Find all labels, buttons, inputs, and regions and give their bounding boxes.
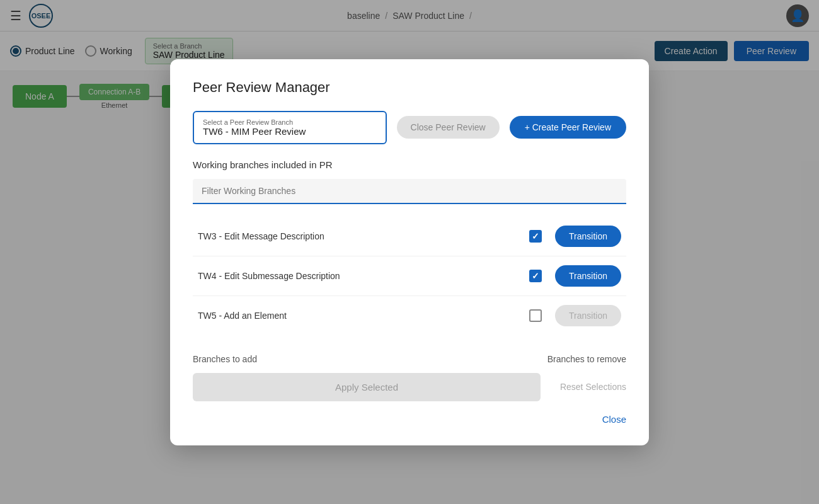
checkbox-tw4[interactable] [529,270,542,282]
pr-branch-row: Select a Peer Review Branch TW6 - MIM Pe… [193,111,626,144]
checkbox-tw5[interactable] [529,309,542,322]
branch-list: TW3 - Edit Message Description Transitio… [193,217,626,335]
branch-item: TW4 - Edit Submessage Description Transi… [193,256,626,296]
checkbox-wrap-3 [526,309,545,322]
bottom-row: Branches to add Branches to remove [193,348,626,364]
apply-selected-button[interactable]: Apply Selected [193,373,541,401]
modal-overlay: Peer Review Manager Select a Peer Review… [0,0,819,504]
branch-item-name: TW5 - Add an Element [198,311,526,321]
branches-to-remove-label: Branches to remove [547,354,626,364]
transition-button-tw4[interactable]: Transition [555,265,621,287]
peer-review-modal: Peer Review Manager Select a Peer Review… [170,59,649,445]
filter-input-wrap [193,179,626,204]
action-row: Apply Selected Reset Selections [193,373,626,401]
transition-button-tw5[interactable]: Transition [555,305,621,326]
branches-to-add-label: Branches to add [193,354,257,364]
checkbox-wrap-1 [526,230,545,243]
close-peer-review-button[interactable]: Close Peer Review [397,116,500,139]
reset-selections-button[interactable]: Reset Selections [551,382,626,392]
branch-item-name: TW4 - Edit Submessage Description [198,271,526,281]
create-pr-label: + Create Peer Review [525,122,611,132]
branch-dropdown[interactable]: Select a Peer Review Branch TW6 - MIM Pe… [193,111,387,144]
branch-dropdown-label: Select a Peer Review Branch [203,118,377,126]
branch-item-name: TW3 - Edit Message Description [198,231,526,241]
create-peer-review-button[interactable]: + Create Peer Review [510,116,626,139]
branch-item: TW3 - Edit Message Description Transitio… [193,217,626,256]
transition-button-tw3[interactable]: Transition [555,226,621,247]
branch-item: TW5 - Add an Element Transition [193,296,626,335]
close-modal-button[interactable]: Close [602,414,626,425]
branch-dropdown-value: TW6 - MIM Peer Review [203,126,377,137]
working-branches-label: Working branches included in PR [193,159,626,170]
modal-title: Peer Review Manager [193,79,626,96]
filter-input[interactable] [202,186,617,196]
modal-close-row: Close [193,414,626,425]
checkbox-wrap-2 [526,270,545,282]
checkbox-tw3[interactable] [529,230,542,243]
